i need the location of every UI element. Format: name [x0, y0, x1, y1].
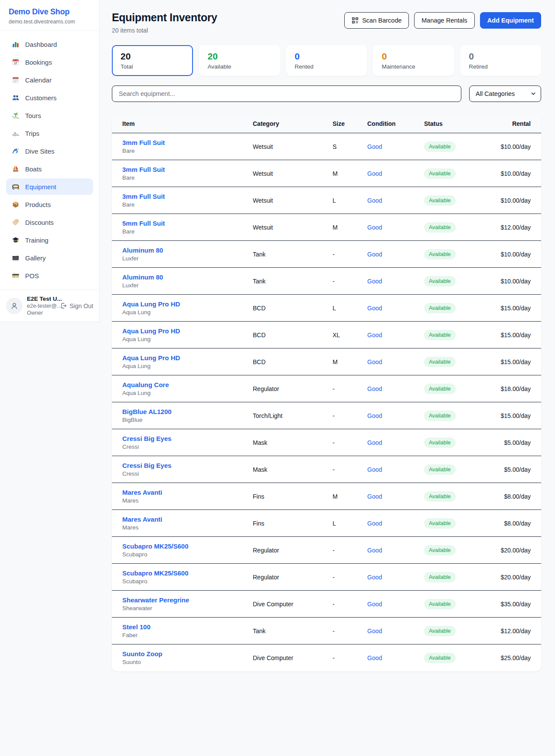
item-name-link[interactable]: 5mm Full Suit: [122, 220, 253, 227]
item-condition-link[interactable]: Good: [367, 251, 382, 258]
item-category: Dive Computer: [253, 591, 333, 618]
item-name-link[interactable]: Scubapro MK25/S600: [122, 542, 253, 550]
item-condition-link[interactable]: Good: [367, 143, 382, 150]
item-brand: Aqua Lung: [122, 390, 253, 396]
stat-card-available[interactable]: 20 Available: [199, 45, 280, 76]
item-brand: Bare: [122, 148, 253, 154]
item-name-link[interactable]: Mares Avanti: [122, 489, 253, 496]
item-condition-link[interactable]: Good: [367, 654, 382, 661]
item-brand: Suunto: [122, 659, 253, 665]
item-condition-link[interactable]: Good: [367, 574, 382, 581]
stat-label: Maintenance: [382, 63, 445, 70]
search-input[interactable]: [112, 85, 461, 102]
item-name-link[interactable]: Cressi Big Eyes: [122, 462, 253, 469]
item-rental-rate: $10.00/day: [489, 187, 541, 214]
status-badge: Available: [424, 491, 456, 502]
item-name-link[interactable]: Aqua Lung Pro HD: [122, 327, 253, 335]
sidebar-item-customers[interactable]: Customers: [6, 89, 93, 106]
add-equipment-label: Add Equipment: [487, 17, 534, 24]
sidebar-item-calendar[interactable]: Calendar: [6, 72, 93, 88]
item-name-link[interactable]: Aluminum 80: [122, 273, 253, 281]
item-name-link[interactable]: Aluminum 80: [122, 247, 253, 254]
item-condition-link[interactable]: Good: [367, 439, 382, 446]
sidebar-item-pos[interactable]: POS: [6, 267, 93, 284]
sign-out-button[interactable]: Sign Out: [60, 302, 93, 309]
sidebar-item-products[interactable]: Products: [6, 196, 93, 213]
item-name-link[interactable]: 3mm Full Suit: [122, 166, 253, 173]
item-condition-link[interactable]: Good: [367, 197, 382, 204]
user-name: E2E Test U...: [27, 296, 56, 302]
item-rental-rate: $10.00/day: [489, 268, 541, 295]
item-name-link[interactable]: Aqua Lung Pro HD: [122, 354, 253, 362]
column-header-rental: Rental: [489, 114, 541, 133]
sidebar-item-discounts[interactable]: Discounts: [6, 214, 93, 230]
category-select[interactable]: All Categories: [469, 85, 541, 102]
table-row: Aqua Lung Pro HD Aqua Lung BCD M Good Av…: [112, 348, 541, 375]
item-size: -: [333, 537, 367, 564]
item-name-link[interactable]: 3mm Full Suit: [122, 139, 253, 146]
table-row: 3mm Full Suit Bare Wetsuit M Good Availa…: [112, 160, 541, 187]
status-badge: Available: [424, 222, 456, 233]
item-condition-link[interactable]: Good: [367, 466, 382, 473]
sidebar-item-training[interactable]: Training: [6, 232, 93, 248]
stat-card-total[interactable]: 20 Total: [112, 45, 193, 76]
item-size: L: [333, 510, 367, 537]
status-badge: Available: [424, 572, 456, 582]
sidebar-item-tours[interactable]: Tours: [6, 107, 93, 124]
item-name-link[interactable]: Suunto Zoop: [122, 650, 253, 657]
item-condition-link[interactable]: Good: [367, 332, 382, 339]
item-rental-rate: $5.00/day: [489, 429, 541, 456]
item-category: Tank: [253, 268, 333, 295]
item-condition-link[interactable]: Good: [367, 547, 382, 554]
sidebar-item-trips[interactable]: Trips: [6, 125, 93, 141]
item-name-link[interactable]: Aqua Lung Pro HD: [122, 300, 253, 308]
item-condition-link[interactable]: Good: [367, 358, 382, 365]
item-name-link[interactable]: BigBlue AL1200: [122, 408, 253, 415]
stat-card-retired[interactable]: 0 Retired: [460, 45, 541, 76]
item-condition-link[interactable]: Good: [367, 305, 382, 312]
item-name-link[interactable]: Steel 100: [122, 623, 253, 631]
item-condition-link[interactable]: Good: [367, 412, 382, 419]
item-name-link[interactable]: Shearwater Peregrine: [122, 596, 253, 604]
stat-card-maintenance[interactable]: 0 Maintenance: [373, 45, 454, 76]
status-badge: Available: [424, 276, 456, 286]
item-condition-link[interactable]: Good: [367, 385, 382, 392]
sidebar-item-gallery[interactable]: Gallery: [6, 250, 93, 266]
item-size: XL: [333, 322, 367, 348]
sidebar-item-dive-sites[interactable]: Dive Sites: [6, 143, 93, 159]
item-condition-link[interactable]: Good: [367, 278, 382, 285]
sidebar-item-bookings[interactable]: 17 Bookings: [6, 54, 93, 70]
item-brand: Aqua Lung: [122, 309, 253, 316]
item-rental-rate: $10.00/day: [489, 133, 541, 160]
item-category: Fins: [253, 510, 333, 537]
graduation-cap-icon: [12, 236, 20, 244]
item-name-link[interactable]: 3mm Full Suit: [122, 193, 253, 200]
item-condition-link[interactable]: Good: [367, 601, 382, 608]
scan-barcode-button[interactable]: Scan Barcode: [344, 12, 409, 29]
table-row: Mares Avanti Mares Fins M Good Available…: [112, 483, 541, 510]
item-condition-link[interactable]: Good: [367, 493, 382, 500]
sidebar-item-dashboard[interactable]: Dashboard: [6, 36, 93, 53]
item-name-link[interactable]: Aqualung Core: [122, 381, 253, 388]
manage-rentals-button[interactable]: Manage Rentals: [414, 12, 475, 29]
page-header: Equipment Inventory 20 items total: [112, 11, 541, 34]
status-badge: Available: [424, 384, 456, 394]
item-condition-link[interactable]: Good: [367, 520, 382, 527]
table-row: Cressi Big Eyes Cressi Mask - Good Avail…: [112, 429, 541, 456]
user-box: E2E Test U... e2e-tester@... Owner Sign …: [0, 289, 99, 322]
item-size: -: [333, 644, 367, 671]
sidebar-item-boats[interactable]: Boats: [6, 161, 93, 177]
item-condition-link[interactable]: Good: [367, 224, 382, 231]
item-name-link[interactable]: Mares Avanti: [122, 516, 253, 523]
item-category: BCD: [253, 322, 333, 348]
item-condition-link[interactable]: Good: [367, 628, 382, 634]
item-name-link[interactable]: Scubapro MK25/S600: [122, 569, 253, 577]
sidebar-item-equipment[interactable]: Equipment: [6, 178, 93, 195]
main-content: Equipment Inventory 20 items total: [100, 0, 555, 671]
stat-card-rented[interactable]: 0 Rented: [286, 45, 367, 76]
add-equipment-button[interactable]: Add Equipment: [480, 12, 541, 29]
item-category: Mask: [253, 456, 333, 483]
item-rental-rate: $35.00/day: [489, 591, 541, 618]
item-name-link[interactable]: Cressi Big Eyes: [122, 435, 253, 442]
item-condition-link[interactable]: Good: [367, 170, 382, 177]
